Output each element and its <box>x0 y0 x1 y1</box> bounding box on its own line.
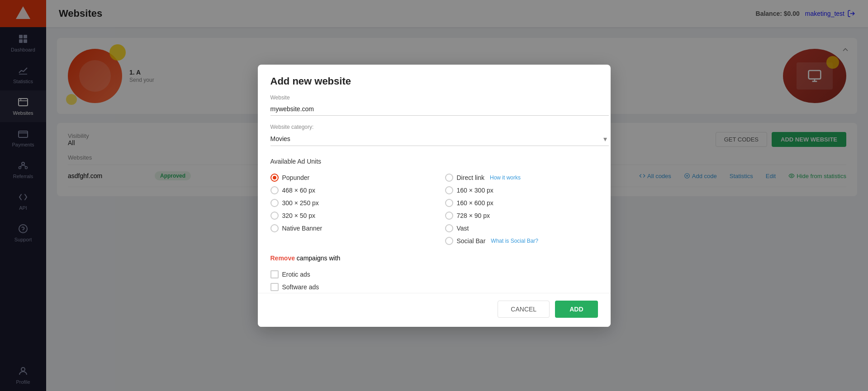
radio-btn-300x250[interactable] <box>270 199 279 207</box>
modal-title: Add new website <box>270 75 598 87</box>
radio-btn-popunder[interactable] <box>270 174 279 182</box>
radio-320x50[interactable]: 320 × 50 px <box>270 209 434 222</box>
cancel-button[interactable]: CANCEL <box>498 301 550 318</box>
remove-campaigns-header: Remove campaigns with <box>270 254 434 262</box>
ad-unit-label-native-banner: Native Banner <box>282 225 323 232</box>
radio-btn-160x300[interactable] <box>445 186 453 194</box>
radio-728x90[interactable]: 728 × 90 px <box>445 209 609 222</box>
ad-units-title: Available Ad Units <box>270 158 434 165</box>
direct-remove-section: . Direct link How it works 160 × 300 px … <box>445 154 609 247</box>
ad-units-section: Available Ad Units Popunder 468 × 60 px … <box>270 154 434 247</box>
add-button[interactable]: ADD <box>555 301 598 318</box>
category-select[interactable]: Movies News Entertainment Technology Spo… <box>270 135 609 142</box>
modal-dialog: Add new website Website Website category… <box>258 65 611 327</box>
radio-160x300[interactable]: 160 × 300 px <box>445 184 609 197</box>
how-it-works-link[interactable]: How it works <box>490 174 521 181</box>
radio-btn-160x600[interactable] <box>445 199 453 207</box>
modal-footer: CANCEL ADD <box>258 293 611 327</box>
direct-link-label-160x600: 160 × 600 px <box>457 199 493 207</box>
radio-btn-social-bar[interactable] <box>445 237 453 245</box>
category-label: Website category: <box>270 124 609 130</box>
ad-units-remove-section: Available Ad Units Popunder 468 × 60 px … <box>270 154 609 247</box>
checkbox-software-ads[interactable]: Software ads <box>270 281 434 293</box>
direct-link-label-160x300: 160 × 300 px <box>457 187 493 194</box>
direct-link-label-728x90: 728 × 90 px <box>457 212 490 219</box>
radio-popunder[interactable]: Popunder <box>270 171 434 184</box>
radio-300x250[interactable]: 300 × 250 px <box>270 197 434 209</box>
radio-native-banner[interactable]: Native Banner <box>270 222 434 235</box>
radio-btn-728x90[interactable] <box>445 212 453 220</box>
direct-link-label-social-bar: Social Bar <box>457 237 486 245</box>
remove-label-software: Software ads <box>282 283 319 291</box>
direct-link-label-vast: Vast <box>457 225 469 232</box>
modal-body: Website Website category: Movies News En… <box>258 94 611 293</box>
checkbox-erotic-ads[interactable]: Erotic ads <box>270 268 434 281</box>
remove-label-erotic: Erotic ads <box>282 271 310 278</box>
social-bar-what-link[interactable]: What is Social Bar? <box>491 238 538 244</box>
ad-unit-label-320x50: 320 × 50 px <box>282 212 316 219</box>
modal-overlay[interactable]: Add new website Website Website category… <box>0 0 868 391</box>
website-input[interactable] <box>270 103 609 116</box>
direct-link-label: Direct link <box>457 174 484 181</box>
radio-160x600[interactable]: 160 × 600 px <box>445 197 609 209</box>
ad-unit-label-popunder: Popunder <box>282 174 310 181</box>
remove-campaigns-grid: Remove campaigns with Erotic ads Softwar… <box>270 251 609 293</box>
ad-unit-label-468x60: 468 × 60 px <box>282 187 316 194</box>
radio-btn-vast[interactable] <box>445 224 453 232</box>
remove-label: Remove <box>270 254 295 262</box>
radio-vast[interactable]: Vast <box>445 222 609 235</box>
radio-468x60[interactable]: 468 × 60 px <box>270 184 434 197</box>
radio-btn-native-banner[interactable] <box>270 224 279 232</box>
checkbox-btn-erotic-ads[interactable] <box>270 270 279 278</box>
radio-direct-link[interactable]: Direct link How it works <box>445 171 609 184</box>
radio-btn-320x50[interactable] <box>270 212 279 220</box>
category-field-group: Website category: Movies News Entertainm… <box>270 124 609 146</box>
radio-btn-direct-link[interactable] <box>445 174 453 182</box>
ad-unit-label-300x250: 300 × 250 px <box>282 199 319 207</box>
radio-social-bar[interactable]: Social Bar What is Social Bar? <box>445 235 609 247</box>
remove-campaigns-section: Remove campaigns with Erotic ads Softwar… <box>270 251 434 293</box>
checkbox-btn-software-ads[interactable] <box>270 283 279 291</box>
radio-btn-468x60[interactable] <box>270 186 279 194</box>
website-field-group: Website <box>270 94 609 116</box>
campaigns-with-label: campaigns with <box>297 254 341 262</box>
category-select-wrapper: Movies News Entertainment Technology Spo… <box>270 132 609 146</box>
website-label: Website <box>270 94 609 101</box>
modal-header: Add new website <box>258 65 611 94</box>
